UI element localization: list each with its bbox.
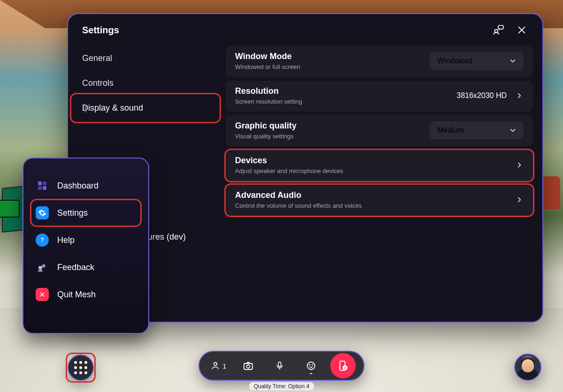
dashboard-icon	[36, 179, 49, 192]
svg-point-13	[307, 362, 315, 369]
graphic-quality-value: Medium	[437, 126, 464, 135]
svg-rect-12	[278, 362, 281, 367]
row-advanced-audio-label: Advanced Audio	[235, 190, 362, 200]
nav-item-features-dev-partial: ures (dev)	[148, 232, 186, 242]
apps-grid-icon	[74, 361, 87, 374]
quit-icon	[36, 288, 49, 301]
leave-button[interactable]	[330, 353, 356, 378]
chevron-right-icon	[515, 91, 524, 100]
menu-item-feedback-label: Feedback	[57, 263, 94, 272]
settings-title: Settings	[82, 25, 119, 36]
menu-item-quit[interactable]: Quit Mesh	[31, 282, 141, 307]
close-icon[interactable]	[515, 23, 528, 37]
main-menu-popup: Dashboard Settings ? Help Feedback Quit …	[23, 158, 149, 334]
row-graphic-quality-sub: Visual quality settings	[235, 133, 297, 140]
feedback-icon	[36, 261, 49, 274]
graphic-quality-dropdown[interactable]: Medium	[430, 121, 524, 139]
svg-point-8	[42, 264, 46, 268]
svg-point-9	[214, 362, 217, 365]
menu-item-dashboard-label: Dashboard	[57, 181, 99, 191]
row-resolution-text: Resolution Screen resolution setting	[235, 86, 302, 105]
people-count-value: 1	[222, 362, 226, 370]
row-graphic-quality-label: Graphic quality	[235, 121, 297, 131]
settings-content: Window Mode Windowed or full screen Wind…	[223, 41, 542, 322]
people-chat-icon[interactable]	[492, 23, 505, 37]
menu-item-settings-label: Settings	[57, 208, 88, 218]
row-devices-text: Devices Adjust speaker and microphone de…	[235, 156, 343, 174]
svg-rect-10	[244, 363, 252, 369]
apps-grid-button[interactable]	[68, 354, 94, 381]
menu-item-help-label: Help	[57, 235, 75, 245]
avatar-head	[522, 359, 534, 372]
microphone-button[interactable]	[267, 354, 292, 378]
row-resolution-sub: Screen resolution setting	[235, 98, 302, 105]
svg-text:?: ?	[40, 237, 44, 243]
svg-rect-4	[38, 186, 42, 190]
resolution-value: 3816x2030 HD	[456, 91, 507, 100]
row-advanced-audio-text: Advanced Audio Control the volume of sou…	[235, 190, 362, 209]
row-resolution-label: Resolution	[235, 86, 302, 96]
quality-time-chip: Quality Time: Option 4	[249, 382, 315, 391]
svg-rect-1	[498, 25, 503, 29]
row-graphic-quality-text: Graphic quality Visual quality settings	[235, 121, 297, 140]
nav-item-general[interactable]: General	[68, 46, 223, 71]
gear-icon	[36, 206, 49, 219]
svg-rect-2	[38, 181, 42, 185]
settings-header: Settings	[68, 14, 542, 41]
help-icon: ?	[36, 234, 49, 247]
background-green-screen-2	[0, 200, 20, 218]
menu-item-feedback[interactable]: Feedback	[31, 255, 141, 279]
avatar-button[interactable]	[514, 354, 541, 381]
row-graphic-quality[interactable]: Graphic quality Visual quality settings …	[226, 115, 533, 146]
row-advanced-audio[interactable]: Advanced Audio Control the volume of sou…	[226, 185, 533, 216]
svg-rect-3	[43, 181, 46, 185]
menu-item-dashboard[interactable]: Dashboard	[31, 173, 141, 198]
row-devices-label: Devices	[235, 156, 343, 166]
window-mode-value: Windowed	[437, 57, 472, 65]
row-window-mode-sub: Windowed or full screen	[235, 63, 300, 70]
row-advanced-audio-sub: Control the volume of sound effects and …	[235, 202, 362, 209]
chevron-right-icon	[515, 196, 524, 204]
row-window-mode[interactable]: Window Mode Windowed or full screen Wind…	[226, 46, 533, 77]
window-mode-dropdown[interactable]: Windowed	[430, 52, 524, 70]
menu-item-settings[interactable]: Settings	[31, 201, 141, 225]
bottom-toolbar: 1	[198, 351, 365, 381]
menu-item-quit-label: Quit Mesh	[57, 290, 96, 300]
svg-point-0	[495, 30, 498, 32]
reactions-button[interactable]	[299, 354, 323, 378]
svg-point-14	[309, 364, 310, 365]
svg-point-7	[38, 266, 42, 270]
chevron-right-icon	[515, 161, 524, 169]
svg-rect-5	[43, 186, 46, 190]
camera-button[interactable]	[236, 354, 260, 378]
chevron-down-icon	[509, 126, 517, 135]
row-window-mode-text: Window Mode Windowed or full screen	[235, 52, 300, 70]
people-count-button[interactable]: 1	[207, 354, 229, 378]
row-devices[interactable]: Devices Adjust speaker and microphone de…	[226, 150, 533, 181]
nav-item-display-sound[interactable]: Display & sound	[75, 96, 216, 121]
row-resolution-value-group: 3816x2030 HD	[456, 91, 524, 100]
nav-item-controls[interactable]: Controls	[68, 71, 223, 96]
chevron-down-icon	[509, 57, 517, 65]
row-window-mode-label: Window Mode	[235, 52, 300, 61]
svg-point-11	[247, 365, 250, 368]
row-resolution[interactable]: Resolution Screen resolution setting 381…	[226, 81, 533, 112]
background-chair	[541, 176, 560, 209]
svg-point-15	[312, 364, 312, 365]
settings-header-actions	[492, 23, 528, 37]
row-devices-sub: Adjust speaker and microphone devices	[235, 167, 343, 174]
menu-item-help[interactable]: ? Help	[31, 228, 141, 252]
